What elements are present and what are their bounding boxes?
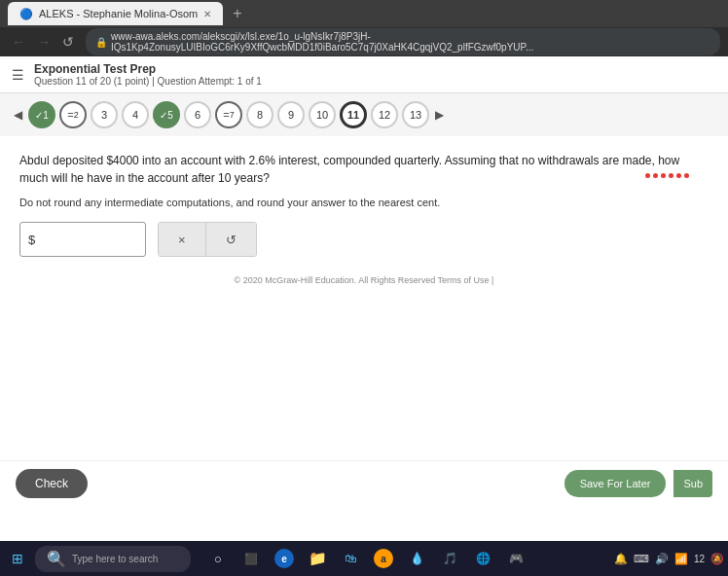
taskbar-amazon[interactable]: a	[368, 545, 399, 572]
music-icon: 🎵	[443, 552, 457, 565]
new-tab-button[interactable]: +	[227, 5, 247, 22]
url-text: www-awa.aleks.com/alekscgi/x/lsl.exe/1o_…	[111, 31, 710, 53]
q-label-11: 11	[347, 109, 359, 121]
question-btn-1[interactable]: ✓ 1	[28, 101, 55, 128]
question-btn-10[interactable]: 10	[309, 101, 336, 128]
forward-button[interactable]: →	[33, 32, 55, 52]
question-btn-2[interactable]: = 2	[59, 101, 87, 128]
hamburger-menu[interactable]: ☰	[12, 67, 24, 83]
keyboard-icon[interactable]: ⌨	[634, 553, 649, 565]
page-footer: Check Save For Later Sub	[0, 460, 728, 506]
question-btn-3[interactable]: 3	[91, 101, 118, 128]
notification-bell[interactable]: 🔕	[710, 553, 724, 565]
header-title: Exponential Test Prep	[34, 62, 262, 76]
clock: 12	[694, 554, 705, 564]
q-label-8: 8	[257, 109, 263, 121]
nav-right-arrow[interactable]: ▶	[433, 108, 446, 122]
taskbar-app-icons: ○ ⬛ e 📁 🛍 a 💧 🎵 🌐 🎮	[202, 545, 531, 572]
question-btn-11[interactable]: 11	[340, 101, 367, 128]
tab-favicon: 🔵	[19, 8, 33, 20]
windows-start-button[interactable]: ⊞	[4, 545, 31, 572]
question-area: Abdul deposited $4000 into an account wi…	[0, 136, 728, 272]
submit-button[interactable]: Sub	[673, 470, 712, 497]
tab-close-button[interactable]: ✕	[203, 9, 211, 19]
q-label-9: 9	[288, 109, 294, 121]
question-btn-13[interactable]: 13	[402, 101, 429, 128]
taskbar-store[interactable]: 🛍	[335, 545, 366, 572]
q-label-4: 4	[132, 109, 138, 121]
question-btn-5[interactable]: ✓ 5	[153, 101, 180, 128]
question-btn-8[interactable]: 8	[246, 101, 273, 128]
taskbar-chrome[interactable]: 🌐	[467, 545, 498, 572]
taskbar-search[interactable]: 🔍 Type here to search	[35, 546, 191, 572]
undo-button[interactable]: ↺	[206, 223, 256, 256]
q-label-10: 10	[316, 109, 328, 121]
files-icon: 📁	[309, 550, 327, 567]
q-label-3: 3	[101, 109, 107, 121]
url-bar[interactable]: 🔒 www-awa.aleks.com/alekscgi/x/lsl.exe/1…	[86, 28, 720, 55]
nav-left-arrow[interactable]: ◀	[12, 108, 24, 122]
instruction-text: Do not round any intermediate computatio…	[19, 197, 709, 208]
address-bar: ← → ↺ 🔒 www-awa.aleks.com/alekscgi/x/lsl…	[0, 27, 728, 56]
question-progress: Question 11 of 20 (1 point)	[34, 76, 149, 87]
question-btn-6[interactable]: 6	[184, 101, 211, 128]
check-icon-1: ✓	[35, 110, 43, 121]
volume-icon[interactable]: 🔊	[655, 553, 669, 565]
lock-icon: 🔒	[95, 37, 107, 48]
q-label-13: 13	[410, 109, 421, 121]
answer-input[interactable]	[37, 233, 125, 247]
notification-icon[interactable]: 🔔	[614, 553, 628, 565]
refresh-button[interactable]: ↺	[58, 32, 78, 52]
taskbar-game[interactable]: 🎮	[500, 545, 531, 572]
taskbar-edge[interactable]: e	[269, 545, 300, 572]
copyright: © 2020 McGraw-Hill Education. All Rights…	[0, 272, 728, 288]
dollar-sign: $	[28, 233, 35, 247]
amazon-icon: a	[374, 549, 393, 568]
question-btn-7[interactable]: = 7	[215, 101, 242, 128]
q-num-1: 1	[43, 110, 49, 121]
answer-input-wrapper[interactable]: $	[19, 222, 146, 257]
nav-buttons: ← → ↺	[8, 32, 78, 52]
q-label-5: 5	[167, 110, 173, 121]
search-icon: 🔍	[47, 550, 66, 568]
taskbar-music[interactable]: 🎵	[434, 545, 465, 572]
question-nav: ◀ ✓ 1 = 2 3 4 ✓ 5 6 = 7 8 9	[0, 93, 728, 136]
question-text: Abdul deposited $4000 into an account wi…	[19, 152, 709, 187]
aleks-header: ☰ Exponential Test Prep Question 11 of 2…	[0, 56, 728, 93]
edge-icon: e	[274, 549, 294, 568]
content-area: ☰ Exponential Test Prep Question 11 of 2…	[0, 56, 728, 541]
header-info: Exponential Test Prep Question 11 of 20 …	[34, 62, 262, 87]
q-label-7: 7	[230, 110, 235, 120]
game-icon: 🎮	[509, 552, 524, 565]
answer-row: $ × ↺	[19, 222, 709, 257]
taskbar-cortana[interactable]: ○	[202, 545, 234, 572]
q-label-6: 6	[195, 109, 200, 121]
taskbar-dropbox[interactable]: 💧	[401, 545, 432, 572]
q-label-12: 12	[379, 109, 390, 121]
taskbar: ⊞ 🔍 Type here to search ○ ⬛ e 📁 🛍 a 💧 🎵	[0, 541, 728, 576]
check-icon-5: ✓	[160, 110, 167, 121]
back-button[interactable]: ←	[8, 32, 29, 52]
action-buttons: × ↺	[158, 222, 257, 257]
windows-icon: ⊞	[12, 551, 23, 566]
attempt-info: Question Attempt: 1 of 1	[158, 76, 262, 87]
taskbar-task-view[interactable]: ⬛	[236, 545, 267, 572]
header-subtitle: Question 11 of 20 (1 point) | Question A…	[34, 76, 262, 87]
question-btn-12[interactable]: 12	[371, 101, 398, 128]
cortana-icon: ○	[214, 552, 222, 566]
chrome-icon: 🌐	[476, 552, 491, 565]
wifi-icon[interactable]: 📶	[674, 553, 688, 565]
store-icon: 🛍	[345, 552, 356, 565]
clear-button[interactable]: ×	[159, 223, 206, 256]
active-tab[interactable]: 🔵 ALEKS - Stephanie Molina-Osom ✕	[8, 2, 223, 25]
search-placeholder-text: Type here to search	[72, 554, 158, 564]
save-later-button[interactable]: Save For Later	[564, 470, 667, 497]
question-btn-9[interactable]: 9	[277, 101, 305, 128]
check-button[interactable]: Check	[16, 469, 88, 498]
taskbar-files[interactable]: 📁	[302, 545, 333, 572]
q-label-2: 2	[74, 110, 79, 120]
footer-right: Save For Later Sub	[564, 470, 712, 497]
system-tray: 🔔 ⌨ 🔊 📶 12 🔕	[614, 553, 724, 565]
question-btn-4[interactable]: 4	[122, 101, 149, 128]
decoration-dots	[645, 173, 689, 178]
